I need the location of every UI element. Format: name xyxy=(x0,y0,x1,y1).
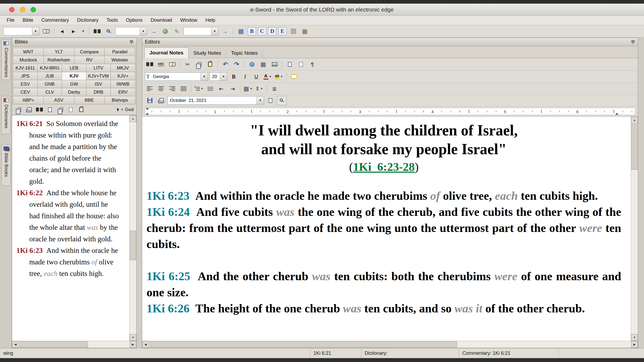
compare-view-button[interactable] xyxy=(57,106,64,114)
scroll-thumb[interactable] xyxy=(631,124,638,170)
bible-tab-YLT[interactable]: YLT xyxy=(43,48,74,56)
bible-text-area[interactable]: 1Ki 6:21 So Solomon overlaid the house w… xyxy=(12,115,136,348)
back-button[interactable] xyxy=(57,27,67,36)
scroll-left-button[interactable] xyxy=(142,341,149,348)
highlight-tool-button[interactable] xyxy=(172,27,182,36)
toggle-bibles-window-button[interactable]: B xyxy=(248,27,256,35)
borders-button[interactable] xyxy=(243,84,253,94)
bible-tab-Webster[interactable]: Webster xyxy=(104,56,135,64)
history-dropdown-button[interactable] xyxy=(80,27,86,36)
pin-icon[interactable] xyxy=(631,40,635,44)
clipboard-button[interactable] xyxy=(78,106,85,114)
title-bar[interactable]: e-Sword - the Sword of the LORD with an … xyxy=(0,4,644,16)
search-next-button[interactable] xyxy=(104,27,114,36)
reading-view-button[interactable] xyxy=(46,106,54,114)
insert-scripture-button[interactable] xyxy=(266,96,275,105)
toggle-dictionaries-window-button[interactable]: D xyxy=(268,27,276,35)
menu-tools[interactable]: Tools xyxy=(103,16,122,25)
new-document-button[interactable] xyxy=(296,60,306,69)
bible-tab-Bishops[interactable]: Bishops xyxy=(104,96,135,104)
pin-icon[interactable] xyxy=(129,40,134,44)
menu-commentary[interactable]: Commentary xyxy=(37,16,73,25)
font-color-button[interactable] xyxy=(263,72,272,82)
bible-tab-Parallel[interactable]: Parallel xyxy=(104,48,135,56)
align-left-button[interactable] xyxy=(145,84,155,94)
chevron-down-icon[interactable] xyxy=(250,87,253,90)
menu-help[interactable]: Help xyxy=(201,16,219,25)
justify-button[interactable] xyxy=(179,84,188,94)
menu-dictionary[interactable]: Dictionary xyxy=(73,16,103,25)
verse-ref[interactable]: 1Ki 6:24 xyxy=(147,205,190,219)
search-go-button[interactable] xyxy=(149,27,159,36)
bible-tab-ERV[interactable]: ERV xyxy=(111,88,135,96)
scroll-thumb[interactable] xyxy=(150,341,457,348)
lookup-go-button[interactable] xyxy=(220,27,230,36)
bible-tab-JPS[interactable]: JPS xyxy=(13,72,38,80)
search-bible-button[interactable] xyxy=(36,106,43,114)
underline-button[interactable] xyxy=(251,72,261,82)
undo-button[interactable] xyxy=(221,60,230,69)
bible-tab-Murdock[interactable]: Murdock xyxy=(13,56,44,64)
strongs-tooltip-control[interactable]: God xyxy=(117,107,134,112)
verse-reference-combo[interactable] xyxy=(3,27,39,35)
redo-button[interactable] xyxy=(232,60,241,69)
bible-tab-DRB[interactable]: DRB xyxy=(86,88,111,96)
bible-tab-Darby[interactable]: Darby xyxy=(62,88,86,96)
hyperlink-button[interactable] xyxy=(247,60,257,69)
dictionary-lookup-button[interactable] xyxy=(167,60,177,69)
scroll-right-button[interactable] xyxy=(631,341,638,348)
numbered-list-button[interactable] xyxy=(194,84,204,94)
bible-tab-BBE[interactable]: BBE xyxy=(74,96,105,104)
editor-horizontal-scrollbar[interactable] xyxy=(142,341,638,348)
bible-tab-LITV[interactable]: LITV xyxy=(86,64,111,72)
chevron-down-icon[interactable] xyxy=(220,73,227,80)
align-right-button[interactable] xyxy=(167,84,177,94)
font-size-select[interactable]: 20 xyxy=(210,72,227,81)
bold-button[interactable] xyxy=(229,72,239,82)
editor-search-button[interactable] xyxy=(145,60,155,69)
menu-file[interactable]: File xyxy=(3,16,19,25)
editor-tab-study-notes[interactable]: Study Notes xyxy=(189,49,226,58)
daily-devotion-button[interactable] xyxy=(300,27,310,36)
increase-indent-button[interactable] xyxy=(228,84,237,94)
minimize-window-button[interactable] xyxy=(20,7,25,12)
copy-verse-button[interactable] xyxy=(15,106,22,114)
insert-image-button[interactable] xyxy=(270,60,279,69)
verse-notes-button[interactable] xyxy=(67,106,75,114)
bible-tab-ESV[interactable]: ESV xyxy=(13,80,38,88)
side-tab-commentaries[interactable]: Commentaries xyxy=(1,39,11,80)
paragraph-marks-button[interactable] xyxy=(308,60,317,69)
verse-ref[interactable]: 1Ki 6:21 xyxy=(16,120,43,128)
italic-button[interactable] xyxy=(240,72,250,82)
bible-tab-ASV[interactable]: ASV xyxy=(43,96,74,104)
scroll-thumb[interactable] xyxy=(130,231,136,260)
chevron-down-icon[interactable] xyxy=(121,108,123,111)
verse-combo-dropdown-icon[interactable] xyxy=(32,27,39,35)
insert-note-button[interactable] xyxy=(285,60,295,69)
copy-button[interactable] xyxy=(194,60,204,69)
close-window-button[interactable] xyxy=(9,7,14,12)
verse-ref[interactable]: 1Ki 6:25 xyxy=(147,270,190,283)
journal-date-select[interactable]: October 21, 2021 xyxy=(167,96,264,105)
spell-check-button[interactable] xyxy=(156,60,166,69)
editor-document-area[interactable]: "I will dwell among the children of Isra… xyxy=(142,117,638,348)
scroll-down-button[interactable] xyxy=(130,334,136,341)
chevron-down-icon[interactable] xyxy=(257,97,264,104)
chevron-down-icon[interactable] xyxy=(269,75,272,78)
panel-splitter[interactable] xyxy=(137,38,142,348)
print-button[interactable] xyxy=(156,96,166,105)
bible-tab-ABP+[interactable]: ABP+ xyxy=(13,96,44,104)
print-bible-button[interactable] xyxy=(25,106,33,114)
bible-tab-KJV+TVM[interactable]: KJV+TVM xyxy=(86,72,111,80)
bible-tab-Rotherham[interactable]: Rotherham xyxy=(43,56,74,64)
align-center-button[interactable] xyxy=(156,84,166,94)
bible-tab-JUB[interactable]: JUB xyxy=(37,72,62,80)
line-spacing-button[interactable] xyxy=(254,84,264,94)
parallel-books-button[interactable] xyxy=(41,27,51,36)
zoom-button[interactable] xyxy=(277,96,287,105)
editor-tab-journal-notes[interactable]: Journal Notes xyxy=(144,47,189,58)
scroll-left-button[interactable] xyxy=(12,341,19,348)
search-text-combo[interactable] xyxy=(115,27,147,35)
bible-tab-KJV[interactable]: KJV xyxy=(62,72,86,80)
side-tab-bible-books[interactable]: Bible Books xyxy=(1,144,11,186)
